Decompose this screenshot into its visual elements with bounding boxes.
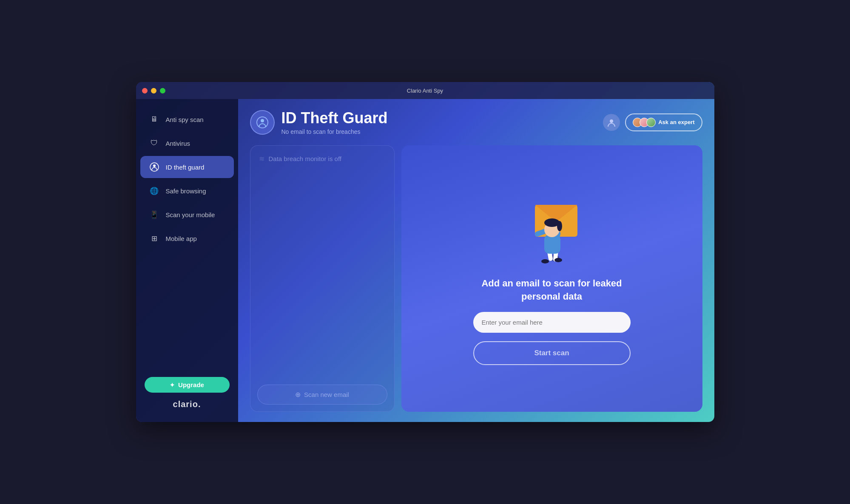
window-title: Clario Anti Spy [407, 88, 443, 94]
email-input[interactable] [473, 312, 631, 333]
sidebar-label-safe-browsing: Safe browsing [166, 187, 206, 195]
minimize-button[interactable] [151, 88, 156, 93]
svg-point-13 [554, 258, 562, 262]
svg-point-3 [261, 119, 264, 122]
email-illustration [509, 192, 594, 269]
right-panel: ID Theft Guard No email to scan for brea… [238, 99, 714, 422]
promo-text: Add an email to scan for leaked personal… [475, 277, 628, 303]
maximize-button[interactable] [160, 88, 165, 93]
sidebar-label-mobile-app: Mobile app [166, 235, 197, 242]
left-card: Data breach monitor is off Scan new emai… [250, 145, 395, 412]
upgrade-button[interactable]: Upgrade [145, 377, 230, 393]
app-window: Clario Anti Spy Anti spy scan Antivirus [136, 82, 714, 422]
page-title: ID Theft Guard [281, 109, 388, 127]
left-card-content: Data breach monitor is off [250, 146, 394, 385]
start-scan-label: Start scan [534, 349, 569, 357]
svg-point-1 [153, 164, 156, 167]
ask-expert-label: Ask an expert [658, 119, 694, 125]
sidebar: Anti spy scan Antivirus ID theft guard [136, 99, 238, 422]
star-icon [170, 381, 175, 388]
svg-point-12 [541, 259, 549, 263]
globe-icon [149, 185, 160, 196]
traffic-lights [142, 88, 165, 93]
page-title-group: ID Theft Guard No email to scan for brea… [250, 109, 388, 135]
grid-icon [149, 233, 160, 244]
right-card: Add an email to scan for leaked personal… [401, 145, 702, 412]
ask-expert-button[interactable]: Ask an expert [625, 113, 702, 131]
id-icon [149, 161, 160, 173]
sidebar-label-id-theft-guard: ID theft guard [166, 164, 205, 171]
page-header: ID Theft Guard No email to scan for brea… [250, 109, 702, 135]
cards-row: Data breach monitor is off Scan new emai… [250, 145, 702, 412]
upgrade-label: Upgrade [178, 381, 204, 388]
sidebar-item-safe-browsing[interactable]: Safe browsing [140, 180, 234, 202]
mobile-icon [149, 209, 160, 220]
user-avatar[interactable] [603, 114, 620, 131]
svg-point-19 [557, 221, 562, 231]
title-bar: Clario Anti Spy [136, 82, 714, 99]
svg-point-4 [610, 119, 613, 123]
sidebar-item-scan-mobile[interactable]: Scan your mobile [140, 204, 234, 226]
close-button[interactable] [142, 88, 148, 93]
sidebar-item-antivirus[interactable]: Antivirus [140, 132, 234, 154]
breach-status: Data breach monitor is off [259, 154, 341, 163]
expert-avatars [633, 118, 656, 127]
sidebar-item-id-theft-guard[interactable]: ID theft guard [140, 156, 234, 178]
sidebar-label-antivirus: Antivirus [166, 140, 190, 147]
page-title-text: ID Theft Guard No email to scan for brea… [281, 109, 388, 135]
sidebar-item-mobile-app[interactable]: Mobile app [140, 227, 234, 249]
plus-icon [295, 391, 301, 399]
shield-icon [149, 138, 160, 149]
main-content: Anti spy scan Antivirus ID theft guard [136, 99, 714, 422]
email-input-wrapper [473, 312, 631, 333]
scan-new-email-button[interactable]: Scan new email [257, 385, 387, 405]
wifi-icon [259, 154, 264, 163]
sidebar-label-anti-spy-scan: Anti spy scan [166, 116, 204, 123]
start-scan-button[interactable]: Start scan [473, 341, 631, 365]
sidebar-label-scan-mobile: Scan your mobile [166, 211, 215, 218]
scan-new-email-label: Scan new email [304, 391, 349, 398]
clario-logo: clario. [173, 399, 201, 409]
sidebar-bottom: Upgrade clario. [136, 377, 238, 413]
header-right: Ask an expert [603, 113, 702, 131]
page-subtitle: No email to scan for breaches [281, 128, 388, 135]
page-icon [250, 110, 275, 135]
breach-status-text: Data breach monitor is off [269, 155, 341, 162]
monitor-icon [149, 114, 160, 125]
sidebar-item-anti-spy-scan[interactable]: Anti spy scan [140, 108, 234, 130]
expert-avatar-3 [646, 118, 656, 127]
